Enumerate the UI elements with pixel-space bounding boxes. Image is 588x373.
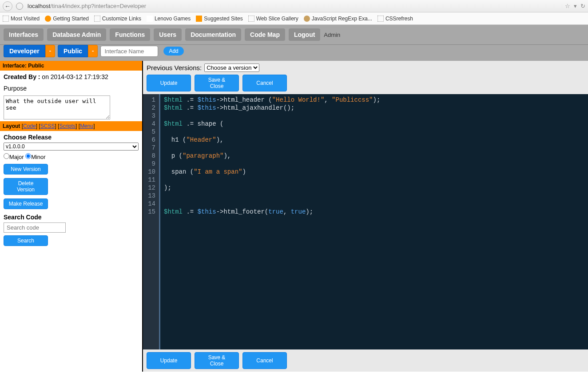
editor-pane: Previous Versions: Choose a version Upda… [142,61,588,372]
update-button[interactable]: Update [147,75,191,91]
interface-header: Interface: Public [0,61,142,71]
bookmark-star-icon[interactable]: ☆ [565,3,570,9]
code-editor[interactable]: 123456789101112131415 $html .= $this->ht… [143,94,588,349]
bookmark-icon [94,16,100,22]
bookmark-label: Customize Links [102,16,141,22]
bookmark-label: Getting Started [53,16,89,22]
bookmark-label: Lenovo Games [155,16,191,22]
bookmark-label: CSSrefresh [385,16,413,22]
nav-interfaces[interactable]: Interfaces [4,28,44,41]
search-button[interactable]: Search [4,235,48,246]
bookmark-js-regexp[interactable]: JavaScript RegExp Exa... [304,16,372,22]
url-host: localhost [28,3,50,9]
browser-nav-bar: ← localhost/tina4/index.php?interface=De… [0,0,588,12]
bookmark-cssrefresh[interactable]: CSSrefresh [377,16,413,22]
tab-public[interactable]: Public [58,45,88,57]
bookmark-customize-links[interactable]: Customize Links [94,16,141,22]
new-version-button[interactable]: New Version [4,164,48,175]
search-code-input[interactable] [4,222,66,233]
layout-scripts-link[interactable]: Scripts [59,123,75,129]
bookmark-icon [3,16,9,22]
url-bar[interactable]: localhost/tina4/index.php?interface=Deve… [27,2,563,10]
editor-actions-top: Update Save & Close Cancel [143,75,588,94]
nav-functions[interactable]: Functions [110,28,150,41]
main-area: Interface: Public Created By : on 2014-0… [0,61,588,372]
bookmarks-bar: Most Visited Getting Started Customize L… [0,12,588,25]
cancel-button-bottom[interactable]: Cancel [242,352,287,369]
release-select[interactable]: v1.0.0.0 [4,143,139,151]
bookmark-most-visited[interactable]: Most Visited [3,16,40,22]
url-path: /tina4/index.php?interface=Developer [50,3,146,9]
layout-code-link[interactable]: Code [23,123,36,129]
bookmark-icon [147,16,153,22]
suggested-icon [196,16,202,22]
bookmark-lenovo-games[interactable]: Lenovo Games [147,16,191,22]
interface-name-input[interactable] [100,46,158,57]
back-button[interactable]: ← [3,1,12,11]
major-text: Major [9,154,24,160]
created-by-line: Created By : on 2014-03-12 17:19:32 [0,71,142,83]
nav-documentation[interactable]: Documentation [185,28,241,41]
purpose-label: Purpose [0,83,142,94]
layout-scss-link[interactable]: SCSS [40,123,55,129]
bookmark-label: Most Visited [11,16,40,22]
cancel-button[interactable]: Cancel [242,75,287,91]
globe-icon [16,3,23,10]
save-close-button-bottom[interactable]: Save & Close [195,352,239,369]
update-button-bottom[interactable]: Update [147,352,191,369]
purpose-textarea[interactable]: What the outside user will see [4,95,110,119]
minor-radio[interactable] [25,153,31,159]
app-toolbar: Interfaces Database Admin Functions User… [0,25,588,45]
firefox-icon [45,16,51,22]
interface-tabs-row: Developer - Public - Add [0,45,588,61]
version-type-radios: Major Minor [0,151,142,162]
nav-users[interactable]: Users [154,28,182,41]
search-code-label: Search Code [0,211,142,222]
bookmark-web-slice[interactable]: Web Slice Gallery [248,16,298,22]
nav-database-admin[interactable]: Database Admin [47,28,106,41]
tab-developer-close[interactable]: - [45,45,55,57]
make-release-button[interactable]: Make Release [4,198,48,209]
layout-menu-link[interactable]: Menu [80,123,93,129]
editor-actions-bottom: Update Save & Close Cancel [143,349,588,372]
nav-code-map[interactable]: Code Map [245,28,285,41]
dropdown-icon[interactable]: ▾ [574,3,577,9]
release-label: Choose Release [0,131,142,142]
created-by-value: on 2014-03-12 17:19:32 [40,73,108,80]
line-gutter: 123456789101112131415 [143,94,159,349]
created-by-label: Created By : [4,73,40,80]
sidebar: Interface: Public Created By : on 2014-0… [0,61,142,372]
chrome-icons: ☆ ▾ ↻ [565,3,585,9]
layout-header: Layout [Code] [SCSS] [Scripts] [Menu] [0,121,142,131]
bookmark-label: Web Slice Gallery [256,16,298,22]
bookmark-label: Suggested Sites [204,16,242,22]
tab-developer[interactable]: Developer [4,45,45,57]
bookmark-getting-started[interactable]: Getting Started [45,16,89,22]
previous-versions-label: Previous Versions: [147,64,202,71]
bookmark-icon [377,16,384,22]
save-close-button[interactable]: Save & Close [195,75,239,91]
monkey-icon [304,16,310,22]
previous-versions-row: Previous Versions: Choose a version [143,61,588,75]
code-lines[interactable]: $html .= $this->html_header ("Hello Worl… [159,94,384,349]
bookmark-suggested-sites[interactable]: Suggested Sites [196,16,242,22]
major-radio[interactable] [4,153,9,159]
nav-logout[interactable]: Logout [289,28,320,41]
delete-version-button[interactable]: Delete Version [4,178,48,195]
bookmark-icon [248,16,254,22]
add-interface-button[interactable]: Add [163,47,183,56]
tab-public-close[interactable]: - [88,45,98,57]
version-select[interactable]: Choose a version [204,63,259,72]
major-radio-label[interactable]: Major [4,154,24,160]
minor-radio-label[interactable]: Minor [25,154,46,160]
reload-icon[interactable]: ↻ [580,3,585,9]
admin-label: Admin [324,32,340,38]
layout-label: Layout [3,123,22,129]
bookmark-label: JavaScript RegExp Exa... [312,16,372,22]
minor-text: Minor [31,154,46,160]
